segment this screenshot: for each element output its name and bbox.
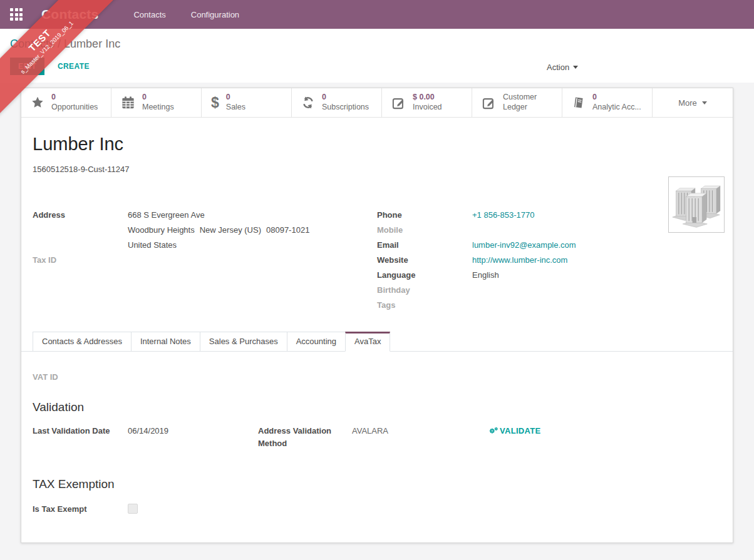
chevron-down-icon xyxy=(702,101,707,104)
field-label-mobile: Mobile xyxy=(377,223,472,238)
form-sheet: 0 Opportunities xyxy=(21,88,733,543)
tab-internal-notes[interactable]: Internal Notes xyxy=(131,332,200,352)
field-address-validation-method: Address Validation Method AVALARA xyxy=(258,425,427,450)
validate-button[interactable]: VALIDATE xyxy=(488,426,540,435)
stat-button-row: 0 Opportunities xyxy=(21,88,733,118)
language-value: English xyxy=(472,268,499,283)
address-validation-method-label: Address Validation Method xyxy=(258,425,352,450)
address-zip: 08097-1021 xyxy=(266,225,309,235)
vat-id-label: VAT ID xyxy=(33,372,721,382)
action-dropdown[interactable]: Action xyxy=(547,63,578,72)
company-avatar xyxy=(668,176,725,233)
breadcrumb-current: Lumber Inc xyxy=(64,38,120,50)
phone-link[interactable]: +1 856-853-1770 xyxy=(472,210,534,220)
breadcrumb-separator: / xyxy=(58,38,61,50)
field-label-phone: Phone xyxy=(377,208,472,223)
avatax-tab-pane: VAT ID Validation Last Validation Date 0… xyxy=(21,352,733,514)
more-button-label: More xyxy=(678,98,697,108)
record-fields: Address 668 S Evergreen Ave Woodbury Hei… xyxy=(33,208,721,313)
chevron-down-icon xyxy=(573,66,578,69)
stat-value: Customer xyxy=(503,93,537,103)
stat-value: $ 0.00 xyxy=(413,93,442,103)
tab-contacts-addresses[interactable]: Contacts & Addresses xyxy=(33,332,132,352)
gears-icon xyxy=(488,426,498,435)
dollar-icon: $ xyxy=(211,96,219,110)
address-city: Woodbury Heights xyxy=(128,225,195,235)
refresh-icon xyxy=(301,96,315,109)
stat-label: Subscriptions xyxy=(322,103,369,113)
create-button[interactable]: CREATE xyxy=(49,58,98,75)
calendar-icon xyxy=(121,96,135,110)
stat-label: Sales xyxy=(226,103,245,113)
field-is-tax-exempt: Is Tax Exempt xyxy=(33,504,721,514)
field-tax-id: Tax ID xyxy=(33,253,377,268)
last-validation-date-label: Last Validation Date xyxy=(33,425,128,437)
control-panel-buttons: EDIT CREATE xyxy=(10,58,744,74)
stat-button-meetings[interactable]: 0 Meetings xyxy=(111,88,202,117)
stat-button-analytic-accounts[interactable]: 0 Analytic Acc... xyxy=(562,88,653,117)
field-tags: Tags xyxy=(377,298,721,313)
record-name: Lumber Inc xyxy=(33,134,721,155)
stat-button-customer-ledger[interactable]: Customer Ledger xyxy=(472,88,562,117)
address-validation-method-value: AVALARA xyxy=(352,425,388,450)
tab-accounting[interactable]: Accounting xyxy=(287,332,346,352)
fields-left-column: Address 668 S Evergreen Ave Woodbury Hei… xyxy=(33,208,377,313)
pencil-square-icon xyxy=(482,96,496,110)
more-button[interactable]: More xyxy=(653,88,733,117)
field-label-website: Website xyxy=(377,253,472,268)
website-link[interactable]: http://www.lumber-inc.com xyxy=(472,255,567,265)
stat-value: 0 xyxy=(226,93,245,103)
breadcrumb: Contacts / Lumber Inc xyxy=(10,36,744,52)
action-dropdown-label: Action xyxy=(547,63,569,72)
field-birthday: Birthday xyxy=(377,283,721,298)
stat-value: 0 xyxy=(592,93,641,103)
field-website: Website http://www.lumber-inc.com xyxy=(377,253,721,268)
is-tax-exempt-checkbox[interactable] xyxy=(128,504,138,514)
address-state: New Jersey (US) xyxy=(200,225,261,235)
field-label-tags: Tags xyxy=(377,298,472,313)
stat-label: Analytic Acc... xyxy=(592,103,641,113)
field-language: Language English xyxy=(377,268,721,283)
address-city-line: Woodbury HeightsNew Jersey (US)08097-102… xyxy=(128,223,309,238)
stat-button-invoiced[interactable]: $ 0.00 Invoiced xyxy=(382,88,472,117)
top-navbar: Contacts Contacts Configuration xyxy=(0,0,754,29)
book-icon xyxy=(572,96,586,109)
stat-value: 0 xyxy=(142,93,174,103)
navbar-menu-configuration[interactable]: Configuration xyxy=(191,10,239,19)
email-link[interactable]: lumber-inv92@example.com xyxy=(472,240,576,250)
field-label-language: Language xyxy=(377,268,472,283)
field-label-email: Email xyxy=(377,238,472,253)
stat-label: Invoiced xyxy=(413,103,442,113)
last-validation-date-value: 06/14/2019 xyxy=(128,425,168,437)
navbar-menu: Contacts Configuration xyxy=(133,10,239,19)
field-last-validation-date: Last Validation Date 06/14/2019 xyxy=(33,425,258,437)
is-tax-exempt-label: Is Tax Exempt xyxy=(33,504,128,514)
buildings-image xyxy=(671,181,721,228)
stat-label: Opportunities xyxy=(51,103,98,113)
star-icon xyxy=(31,96,44,109)
apps-menu-icon[interactable] xyxy=(10,8,23,21)
breadcrumb-contacts-link[interactable]: Contacts xyxy=(10,38,54,50)
stat-value: 0 xyxy=(322,93,369,103)
validation-heading: Validation xyxy=(33,400,721,414)
stat-label: Ledger xyxy=(503,103,537,113)
record-reference: 1560512518-9-Cust-11247 xyxy=(33,165,721,174)
field-address: Address 668 S Evergreen Ave Woodbury Hei… xyxy=(33,208,377,253)
field-label-address: Address xyxy=(33,208,128,253)
stat-button-sales[interactable]: $ 0 Sales xyxy=(202,88,292,117)
tax-exemption-heading: TAX Exemption xyxy=(33,477,721,491)
field-label-tax-id: Tax ID xyxy=(33,253,128,268)
address-street: 668 S Evergreen Ave xyxy=(128,208,309,223)
stat-label: Meetings xyxy=(142,103,174,113)
pencil-square-icon xyxy=(391,96,406,110)
stat-button-opportunities[interactable]: 0 Opportunities xyxy=(21,88,111,117)
tab-avatax[interactable]: AvaTax xyxy=(345,332,390,352)
address-country: United States xyxy=(128,238,309,253)
field-label-birthday: Birthday xyxy=(377,283,472,298)
navbar-menu-contacts[interactable]: Contacts xyxy=(133,10,165,19)
control-panel: Contacts / Lumber Inc EDIT CREATE Action xyxy=(0,29,754,83)
stat-value: 0 xyxy=(51,93,98,103)
tab-sales-purchases[interactable]: Sales & Purchases xyxy=(200,332,287,352)
stat-button-subscriptions[interactable]: 0 Subscriptions xyxy=(292,88,382,117)
edit-button[interactable]: EDIT xyxy=(10,58,44,75)
